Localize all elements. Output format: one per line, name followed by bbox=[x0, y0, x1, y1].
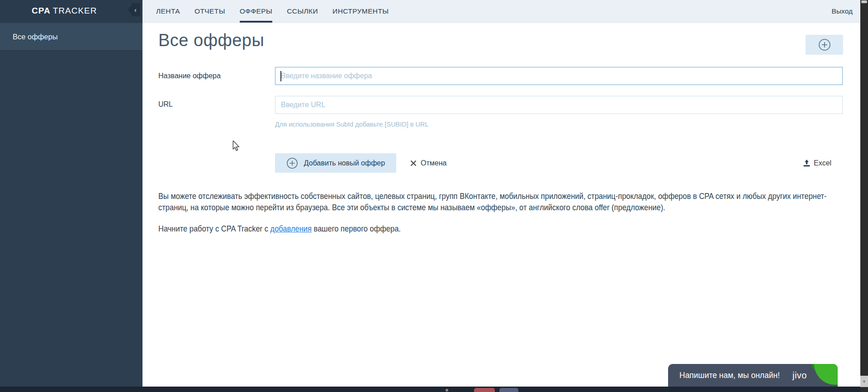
excel-export-button[interactable]: Excel bbox=[803, 153, 831, 173]
app-logo: CPATRACKER bbox=[32, 6, 97, 16]
bottom-strip-slate-control bbox=[499, 388, 518, 392]
jivo-leaf-icon bbox=[814, 364, 838, 385]
scrollbar-track[interactable]: ▼ bbox=[860, 0, 868, 392]
start-paragraph: Начните работу с CPA Tracker с добавлени… bbox=[158, 223, 832, 234]
start-text-before: Начните работу с CPA Tracker с bbox=[158, 224, 270, 233]
bottom-strip bbox=[0, 387, 868, 392]
jivo-logo: jivo bbox=[792, 364, 807, 387]
subid-hint: Для использования SubId добавьте [SUBID]… bbox=[275, 121, 429, 128]
main-content: Все офферы Название оффера URL Для испол… bbox=[142, 23, 860, 392]
circle-plus-icon bbox=[286, 157, 298, 169]
upload-icon bbox=[803, 159, 811, 167]
page-title: Все офферы bbox=[158, 31, 264, 50]
tab-lenta[interactable]: ЛЕНТА bbox=[156, 0, 180, 23]
add-offer-link[interactable]: добавления bbox=[270, 224, 312, 233]
logout-link[interactable]: Выход bbox=[832, 0, 853, 23]
start-text-after: вашего первого оффера. bbox=[312, 224, 401, 233]
circle-plus-icon bbox=[818, 38, 831, 51]
tab-ssylki[interactable]: ССЫЛКИ bbox=[287, 0, 318, 23]
add-offer-submit-label: Добавить новый оффер bbox=[304, 159, 385, 167]
bottom-strip-red-control bbox=[474, 388, 495, 392]
add-offer-toggle-button[interactable] bbox=[806, 35, 843, 55]
offer-url-input[interactable] bbox=[275, 96, 843, 114]
arrow-down-icon: ▼ bbox=[862, 379, 866, 384]
text-caret bbox=[280, 71, 281, 81]
top-navbar: ЛЕНТА ОТЧЕТЫ ОФФЕРЫ ССЫЛКИ ИНСТРУМЕНТЫ В… bbox=[142, 0, 860, 23]
sidebar: Все офферы bbox=[0, 23, 142, 392]
url-label: URL bbox=[158, 100, 173, 109]
chat-widget[interactable]: Напишите нам, мы онлайн! jivo bbox=[668, 364, 838, 387]
add-offer-submit-button[interactable]: Добавить новый оффер bbox=[275, 153, 396, 173]
tab-instrumenty[interactable]: ИНСТРУМЕНТЫ bbox=[332, 0, 389, 23]
chat-invite-text: Напишите нам, мы онлайн! bbox=[679, 364, 780, 387]
chevron-left-icon: ‹ bbox=[134, 6, 137, 13]
intro-paragraph: Вы можете отслеживать эффективность собс… bbox=[158, 190, 832, 213]
tab-offery[interactable]: ОФФЕРЫ bbox=[240, 0, 272, 23]
scrollbar-thumb[interactable] bbox=[861, 0, 867, 3]
offer-name-label: Название оффера bbox=[158, 72, 221, 80]
offer-name-input[interactable] bbox=[275, 67, 843, 85]
nav-tabs: ЛЕНТА ОТЧЕТЫ ОФФЕРЫ ССЫЛКИ ИНСТРУМЕНТЫ bbox=[156, 0, 389, 23]
cancel-button[interactable]: Отмена bbox=[410, 153, 446, 173]
close-icon bbox=[410, 160, 417, 166]
bottom-strip-dot bbox=[446, 389, 448, 392]
app-logo-bold: CPA bbox=[32, 6, 51, 15]
sidebar-collapse-button[interactable]: ‹ bbox=[128, 3, 140, 16]
cancel-label: Отмена bbox=[421, 159, 446, 167]
excel-label: Excel bbox=[814, 159, 831, 167]
sidebar-header: CPATRACKER ‹ bbox=[0, 0, 142, 23]
sidebar-item-all-offers[interactable]: Все офферы bbox=[0, 23, 142, 51]
app-logo-rest: TRACKER bbox=[53, 6, 97, 15]
scroll-down-button[interactable]: ▼ bbox=[860, 376, 868, 387]
tab-otchety[interactable]: ОТЧЕТЫ bbox=[194, 0, 225, 23]
